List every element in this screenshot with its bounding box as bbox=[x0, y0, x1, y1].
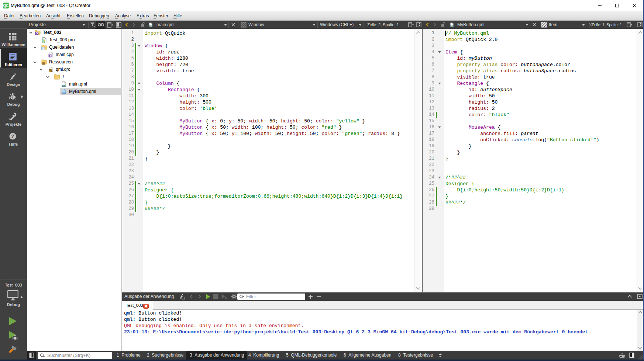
svg-text:qml: qml bbox=[450, 25, 454, 27]
svg-text:Qt: Qt bbox=[42, 40, 45, 43]
svg-text:qml: qml bbox=[149, 25, 153, 27]
svg-text:qml: qml bbox=[62, 92, 67, 94]
svg-text:QC: QC bbox=[3, 4, 9, 8]
svg-text:qml: qml bbox=[62, 84, 67, 87]
svg-text:C+: C+ bbox=[48, 55, 51, 57]
svg-text:C+: C+ bbox=[42, 48, 45, 50]
svg-text:?: ? bbox=[11, 134, 14, 139]
